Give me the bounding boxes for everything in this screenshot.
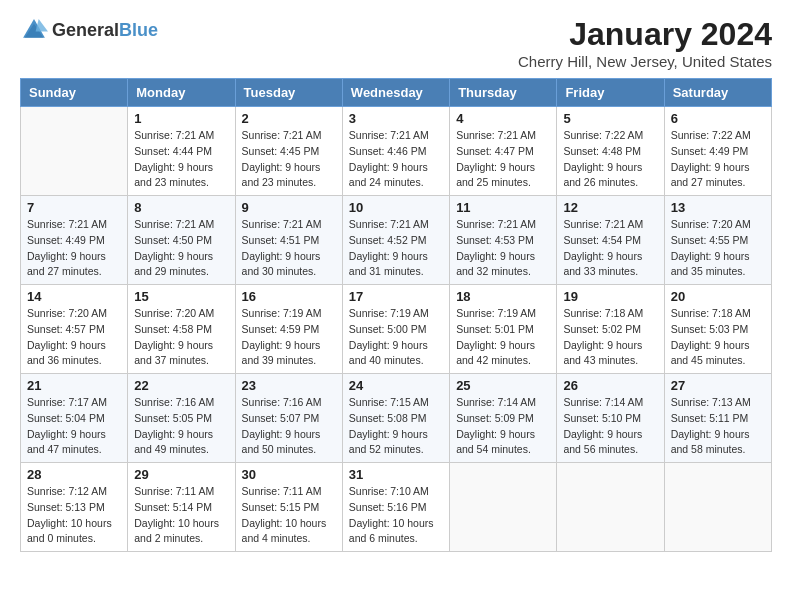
- sunrise-text: Sunrise: 7:22 AM: [671, 129, 751, 141]
- sunset-text: Sunset: 4:48 PM: [563, 145, 641, 157]
- sunrise-text: Sunrise: 7:21 AM: [349, 129, 429, 141]
- calendar-cell: [664, 463, 771, 552]
- sunrise-text: Sunrise: 7:14 AM: [563, 396, 643, 408]
- daylight-text: Daylight: 9 hours and 47 minutes.: [27, 428, 106, 456]
- sunrise-text: Sunrise: 7:21 AM: [456, 218, 536, 230]
- day-number: 15: [134, 289, 228, 304]
- sunset-text: Sunset: 5:08 PM: [349, 412, 427, 424]
- calendar-week-row: 21 Sunrise: 7:17 AM Sunset: 5:04 PM Dayl…: [21, 374, 772, 463]
- day-info: Sunrise: 7:16 AM Sunset: 5:07 PM Dayligh…: [242, 395, 336, 458]
- calendar-cell: 5 Sunrise: 7:22 AM Sunset: 4:48 PM Dayli…: [557, 107, 664, 196]
- day-info: Sunrise: 7:19 AM Sunset: 5:01 PM Dayligh…: [456, 306, 550, 369]
- svg-marker-2: [36, 19, 48, 31]
- daylight-text: Daylight: 9 hours and 54 minutes.: [456, 428, 535, 456]
- calendar-week-row: 1 Sunrise: 7:21 AM Sunset: 4:44 PM Dayli…: [21, 107, 772, 196]
- calendar-cell: 2 Sunrise: 7:21 AM Sunset: 4:45 PM Dayli…: [235, 107, 342, 196]
- day-number: 3: [349, 111, 443, 126]
- day-number: 1: [134, 111, 228, 126]
- day-info: Sunrise: 7:12 AM Sunset: 5:13 PM Dayligh…: [27, 484, 121, 547]
- sunrise-text: Sunrise: 7:14 AM: [456, 396, 536, 408]
- day-info: Sunrise: 7:18 AM Sunset: 5:02 PM Dayligh…: [563, 306, 657, 369]
- daylight-text: Daylight: 9 hours and 43 minutes.: [563, 339, 642, 367]
- daylight-text: Daylight: 9 hours and 50 minutes.: [242, 428, 321, 456]
- calendar-cell: 1 Sunrise: 7:21 AM Sunset: 4:44 PM Dayli…: [128, 107, 235, 196]
- day-info: Sunrise: 7:17 AM Sunset: 5:04 PM Dayligh…: [27, 395, 121, 458]
- calendar-cell: 12 Sunrise: 7:21 AM Sunset: 4:54 PM Dayl…: [557, 196, 664, 285]
- daylight-text: Daylight: 9 hours and 49 minutes.: [134, 428, 213, 456]
- sunset-text: Sunset: 5:10 PM: [563, 412, 641, 424]
- sunrise-text: Sunrise: 7:22 AM: [563, 129, 643, 141]
- sunset-text: Sunset: 5:04 PM: [27, 412, 105, 424]
- sunset-text: Sunset: 5:07 PM: [242, 412, 320, 424]
- day-number: 22: [134, 378, 228, 393]
- sunset-text: Sunset: 4:51 PM: [242, 234, 320, 246]
- sunrise-text: Sunrise: 7:21 AM: [563, 218, 643, 230]
- calendar-cell: 26 Sunrise: 7:14 AM Sunset: 5:10 PM Dayl…: [557, 374, 664, 463]
- calendar-cell: 20 Sunrise: 7:18 AM Sunset: 5:03 PM Dayl…: [664, 285, 771, 374]
- daylight-text: Daylight: 9 hours and 32 minutes.: [456, 250, 535, 278]
- daylight-text: Daylight: 9 hours and 30 minutes.: [242, 250, 321, 278]
- day-number: 8: [134, 200, 228, 215]
- day-number: 27: [671, 378, 765, 393]
- daylight-text: Daylight: 9 hours and 40 minutes.: [349, 339, 428, 367]
- daylight-text: Daylight: 10 hours and 2 minutes.: [134, 517, 219, 545]
- sunset-text: Sunset: 5:16 PM: [349, 501, 427, 513]
- day-info: Sunrise: 7:21 AM Sunset: 4:47 PM Dayligh…: [456, 128, 550, 191]
- sunrise-text: Sunrise: 7:19 AM: [349, 307, 429, 319]
- daylight-text: Daylight: 10 hours and 4 minutes.: [242, 517, 327, 545]
- day-of-week-header: Saturday: [664, 79, 771, 107]
- day-info: Sunrise: 7:21 AM Sunset: 4:45 PM Dayligh…: [242, 128, 336, 191]
- day-number: 24: [349, 378, 443, 393]
- day-of-week-header: Thursday: [450, 79, 557, 107]
- calendar-cell: 17 Sunrise: 7:19 AM Sunset: 5:00 PM Dayl…: [342, 285, 449, 374]
- calendar-header-row: SundayMondayTuesdayWednesdayThursdayFrid…: [21, 79, 772, 107]
- day-of-week-header: Wednesday: [342, 79, 449, 107]
- day-info: Sunrise: 7:18 AM Sunset: 5:03 PM Dayligh…: [671, 306, 765, 369]
- sunrise-text: Sunrise: 7:21 AM: [27, 218, 107, 230]
- day-info: Sunrise: 7:22 AM Sunset: 4:48 PM Dayligh…: [563, 128, 657, 191]
- daylight-text: Daylight: 9 hours and 24 minutes.: [349, 161, 428, 189]
- sunset-text: Sunset: 4:53 PM: [456, 234, 534, 246]
- day-number: 13: [671, 200, 765, 215]
- day-info: Sunrise: 7:16 AM Sunset: 5:05 PM Dayligh…: [134, 395, 228, 458]
- sunrise-text: Sunrise: 7:18 AM: [671, 307, 751, 319]
- day-info: Sunrise: 7:21 AM Sunset: 4:54 PM Dayligh…: [563, 217, 657, 280]
- daylight-text: Daylight: 9 hours and 26 minutes.: [563, 161, 642, 189]
- day-info: Sunrise: 7:10 AM Sunset: 5:16 PM Dayligh…: [349, 484, 443, 547]
- sunrise-text: Sunrise: 7:20 AM: [671, 218, 751, 230]
- day-number: 11: [456, 200, 550, 215]
- sunset-text: Sunset: 4:44 PM: [134, 145, 212, 157]
- calendar-cell: 7 Sunrise: 7:21 AM Sunset: 4:49 PM Dayli…: [21, 196, 128, 285]
- daylight-text: Daylight: 9 hours and 56 minutes.: [563, 428, 642, 456]
- day-info: Sunrise: 7:21 AM Sunset: 4:52 PM Dayligh…: [349, 217, 443, 280]
- sunrise-text: Sunrise: 7:21 AM: [242, 218, 322, 230]
- calendar-week-row: 14 Sunrise: 7:20 AM Sunset: 4:57 PM Dayl…: [21, 285, 772, 374]
- sunset-text: Sunset: 4:49 PM: [671, 145, 749, 157]
- day-number: 7: [27, 200, 121, 215]
- day-info: Sunrise: 7:21 AM Sunset: 4:49 PM Dayligh…: [27, 217, 121, 280]
- day-number: 25: [456, 378, 550, 393]
- sunset-text: Sunset: 5:15 PM: [242, 501, 320, 513]
- daylight-text: Daylight: 9 hours and 27 minutes.: [671, 161, 750, 189]
- sunrise-text: Sunrise: 7:21 AM: [456, 129, 536, 141]
- calendar-cell: 11 Sunrise: 7:21 AM Sunset: 4:53 PM Dayl…: [450, 196, 557, 285]
- daylight-text: Daylight: 9 hours and 36 minutes.: [27, 339, 106, 367]
- sunset-text: Sunset: 4:50 PM: [134, 234, 212, 246]
- sunrise-text: Sunrise: 7:20 AM: [27, 307, 107, 319]
- daylight-text: Daylight: 10 hours and 6 minutes.: [349, 517, 434, 545]
- sunrise-text: Sunrise: 7:10 AM: [349, 485, 429, 497]
- daylight-text: Daylight: 9 hours and 29 minutes.: [134, 250, 213, 278]
- day-info: Sunrise: 7:19 AM Sunset: 4:59 PM Dayligh…: [242, 306, 336, 369]
- calendar-cell: 24 Sunrise: 7:15 AM Sunset: 5:08 PM Dayl…: [342, 374, 449, 463]
- page-header: GeneralBlue January 2024 Cherry Hill, Ne…: [20, 16, 772, 70]
- daylight-text: Daylight: 9 hours and 58 minutes.: [671, 428, 750, 456]
- day-number: 10: [349, 200, 443, 215]
- sunset-text: Sunset: 4:58 PM: [134, 323, 212, 335]
- daylight-text: Daylight: 9 hours and 27 minutes.: [27, 250, 106, 278]
- day-of-week-header: Monday: [128, 79, 235, 107]
- calendar-week-row: 28 Sunrise: 7:12 AM Sunset: 5:13 PM Dayl…: [21, 463, 772, 552]
- logo: GeneralBlue: [20, 16, 158, 44]
- sunrise-text: Sunrise: 7:16 AM: [242, 396, 322, 408]
- calendar-week-row: 7 Sunrise: 7:21 AM Sunset: 4:49 PM Dayli…: [21, 196, 772, 285]
- sunset-text: Sunset: 4:57 PM: [27, 323, 105, 335]
